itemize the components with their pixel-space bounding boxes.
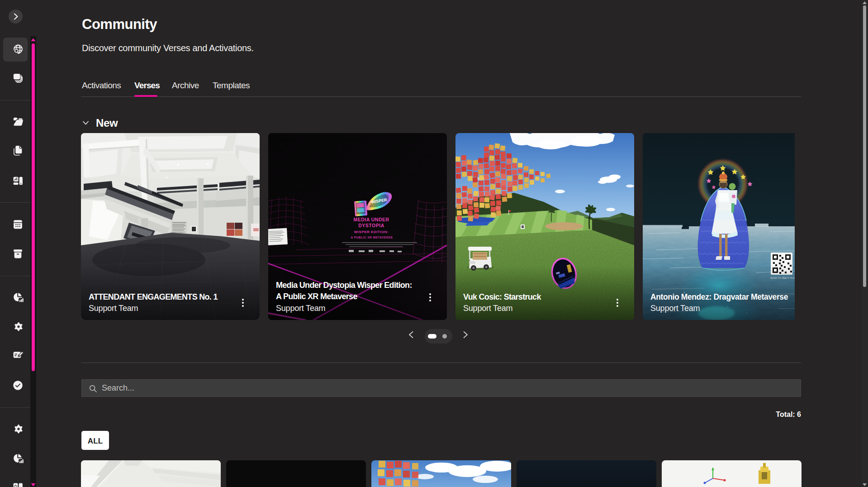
svg-text:A PUBLIC XR METAVERSE: A PUBLIC XR METAVERSE	[351, 236, 393, 239]
svg-text:DYSTOPIA: DYSTOPIA	[358, 223, 384, 228]
svg-text:MEDIA UNDER: MEDIA UNDER	[353, 217, 389, 222]
svg-text:WISPER EDITION:: WISPER EDITION:	[354, 230, 389, 234]
